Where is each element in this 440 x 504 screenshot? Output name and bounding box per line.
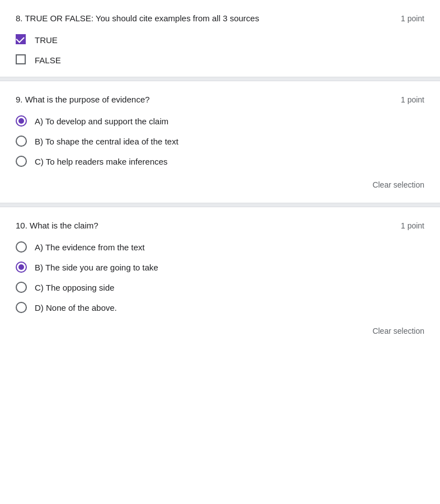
question-9-points: 1 point bbox=[401, 95, 424, 104]
question-10-option-b[interactable]: B) The side you are going to take bbox=[16, 262, 424, 273]
checkbox-checked-icon bbox=[16, 34, 26, 44]
radio-10-c-icon bbox=[16, 282, 27, 293]
radio-10-b[interactable] bbox=[16, 262, 27, 273]
option-false-label: FALSE bbox=[35, 55, 61, 65]
question-10-header: 10. What is the claim? 1 point bbox=[16, 221, 424, 230]
question-9-title: 9. What is the purpose of evidence? bbox=[16, 95, 401, 104]
question-10-option-c[interactable]: C) The opposing side bbox=[16, 282, 424, 293]
radio-10-b-icon bbox=[16, 262, 27, 273]
question-8-options: TRUE FALSE bbox=[16, 34, 424, 66]
option-9-c-label: C) To help readers make inferences bbox=[35, 157, 167, 166]
option-10-a-label: A) The evidence from the text bbox=[35, 242, 145, 252]
radio-9-a[interactable] bbox=[16, 115, 27, 127]
radio-unchecked-icon-2 bbox=[16, 156, 27, 167]
radio-10-a[interactable] bbox=[16, 241, 27, 253]
clear-selection-9-row: Clear selection bbox=[16, 178, 424, 192]
divider-8-9 bbox=[0, 77, 440, 81]
question-8-option-true[interactable]: TRUE bbox=[16, 34, 424, 45]
question-9-options: A) To develop and support the claim B) T… bbox=[16, 115, 424, 167]
option-10-c-label: C) The opposing side bbox=[35, 283, 114, 292]
checkbox-unchecked-icon bbox=[16, 54, 26, 64]
question-9-option-b[interactable]: B) To shape the central idea of the text bbox=[16, 136, 424, 147]
question-9: 9. What is the purpose of evidence? 1 po… bbox=[0, 81, 440, 203]
question-10-option-a[interactable]: A) The evidence from the text bbox=[16, 241, 424, 253]
question-8-title: 8. TRUE OR FALSE: You should cite exampl… bbox=[16, 13, 401, 23]
question-10: 10. What is the claim? 1 point A) The ev… bbox=[0, 207, 440, 349]
question-8-option-false[interactable]: FALSE bbox=[16, 54, 424, 66]
option-10-b-label: B) The side you are going to take bbox=[35, 263, 158, 272]
radio-unchecked-icon bbox=[16, 136, 27, 147]
question-8-points: 1 point bbox=[401, 13, 424, 23]
option-10-d-label: D) None of the above. bbox=[35, 303, 117, 312]
radio-10-d-icon bbox=[16, 302, 27, 313]
option-9-a-label: A) To develop and support the claim bbox=[35, 116, 168, 126]
option-9-b-label: B) To shape the central idea of the text bbox=[35, 137, 179, 146]
radio-10-a-icon bbox=[16, 241, 27, 253]
question-10-title: 10. What is the claim? bbox=[16, 221, 401, 230]
question-10-options: A) The evidence from the text B) The sid… bbox=[16, 241, 424, 313]
clear-selection-9-button[interactable]: Clear selection bbox=[372, 178, 424, 192]
radio-checked-icon bbox=[16, 115, 27, 127]
question-8-header: 8. TRUE OR FALSE: You should cite exampl… bbox=[16, 13, 424, 23]
question-9-header: 9. What is the purpose of evidence? 1 po… bbox=[16, 95, 424, 104]
checkbox-true[interactable] bbox=[16, 34, 27, 45]
question-9-option-a[interactable]: A) To develop and support the claim bbox=[16, 115, 424, 127]
radio-9-c[interactable] bbox=[16, 156, 27, 167]
question-10-points: 1 point bbox=[401, 221, 424, 230]
question-9-option-c[interactable]: C) To help readers make inferences bbox=[16, 156, 424, 167]
divider-9-10 bbox=[0, 203, 440, 207]
question-8: 8. TRUE OR FALSE: You should cite exampl… bbox=[0, 0, 440, 77]
clear-selection-10-button[interactable]: Clear selection bbox=[372, 324, 424, 338]
clear-selection-10-row: Clear selection bbox=[16, 324, 424, 338]
radio-10-d[interactable] bbox=[16, 302, 27, 313]
checkbox-false[interactable] bbox=[16, 54, 27, 66]
option-true-label: TRUE bbox=[35, 35, 58, 45]
question-10-option-d[interactable]: D) None of the above. bbox=[16, 302, 424, 313]
radio-10-c[interactable] bbox=[16, 282, 27, 293]
radio-9-b[interactable] bbox=[16, 136, 27, 147]
